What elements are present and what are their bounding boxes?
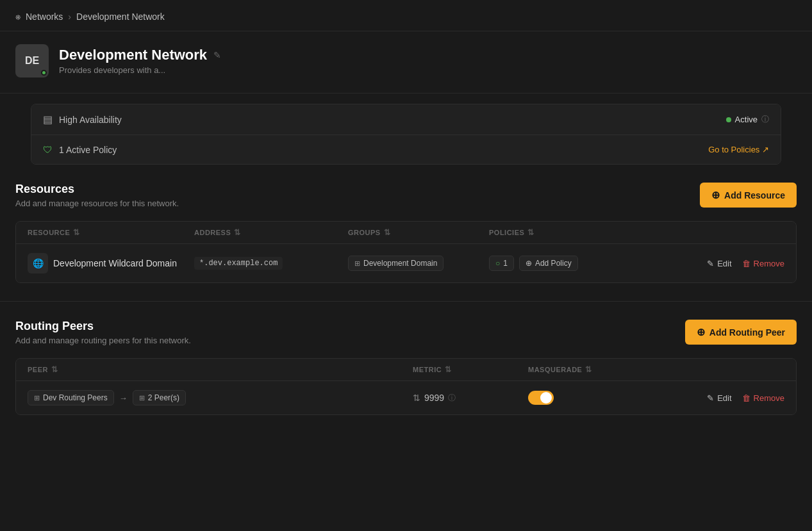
sort-address-icon[interactable]: ⇅	[234, 228, 241, 237]
group-tag: ⊞ Development Domain	[348, 256, 443, 271]
breadcrumb-separator: ›	[68, 12, 71, 22]
page-header: DE Development Network ✎ Provides develo…	[0, 31, 812, 94]
resources-section: Resources Add and manage resources for t…	[0, 165, 812, 283]
add-policy-icon: ⊕	[526, 259, 532, 268]
row-actions: ✎ Edit 🗑 Remove	[707, 259, 784, 268]
routing-peers-section: Routing Peers Add and manage routing pee…	[0, 302, 812, 433]
add-routing-peer-button[interactable]: ⊕ Add Routing Peer	[685, 320, 797, 345]
header-info: Development Network ✎ Provides developer…	[59, 47, 221, 75]
avatar-text: DE	[25, 55, 39, 67]
peers-table-header: PEER ⇅ METRIC ⇅ MASQUERADE ⇅	[16, 359, 796, 381]
sort-metric-icon[interactable]: ⇅	[445, 365, 452, 374]
address-cell: *.dev.example.com	[194, 257, 348, 270]
metric-cell: ⇅ 9999 ⓘ	[413, 393, 528, 404]
metric-info-icon[interactable]: ⓘ	[448, 393, 456, 404]
th-resource: RESOURCE ⇅	[28, 228, 194, 237]
peer-group-label: Dev Routing Peers	[43, 393, 108, 402]
globe-icon: 🌐	[28, 253, 48, 274]
group-tag-icon: ⊞	[354, 259, 360, 268]
remove-peer-label: Remove	[754, 393, 784, 403]
sort-groups-icon[interactable]: ⇅	[384, 228, 391, 237]
resources-section-info: Resources Add and manage resources for t…	[15, 183, 179, 208]
th-peer: PEER ⇅	[28, 365, 413, 374]
breadcrumb-current: Development Network	[76, 12, 165, 22]
remove-resource-button[interactable]: 🗑 Remove	[742, 259, 784, 268]
edit-peer-icon: ✎	[707, 393, 714, 403]
th-groups: GROUPS ⇅	[348, 228, 489, 237]
policy-count-badge: ○ 1	[489, 256, 514, 271]
metric-icon: ⇅	[413, 393, 420, 403]
group-tag-label: Development Domain	[363, 259, 437, 268]
ha-icon: ▤	[43, 113, 53, 126]
sort-peer-icon[interactable]: ⇅	[51, 365, 58, 374]
networks-icon: ⎈	[15, 12, 21, 22]
avatar: DE	[15, 44, 49, 78]
edit-resource-button[interactable]: ✎ Edit	[707, 259, 731, 268]
resources-section-subtitle: Add and manage resources for this networ…	[15, 199, 179, 208]
edit-label: Edit	[717, 259, 731, 268]
resource-cell: 🌐 Development Wildcard Domain	[28, 253, 194, 274]
trash-icon: 🗑	[742, 259, 750, 268]
remove-peer-button[interactable]: 🗑 Remove	[742, 393, 784, 403]
ha-label: High Availability	[59, 115, 122, 125]
th-masquerade: MASQUERADE ⇅	[528, 365, 656, 374]
policies-card: 🛡 1 Active Policy Go to Policies ↗	[31, 135, 781, 164]
edit-peer-label: Edit	[717, 393, 731, 403]
header-title-row: Development Network ✎	[59, 47, 221, 63]
sort-masquerade-icon[interactable]: ⇅	[585, 365, 592, 374]
peer-group-icon: ⊞	[34, 394, 40, 402]
edit-title-icon[interactable]: ✎	[213, 50, 221, 60]
resources-section-header: Resources Add and manage resources for t…	[15, 183, 797, 208]
groups-cell: ⊞ Development Domain	[348, 256, 489, 271]
peer-cell: ⊞ Dev Routing Peers → ⊞ 2 Peer(s)	[28, 390, 413, 405]
info-cards: ▤ High Availability Active ⓘ 🛡 1 Active …	[31, 104, 781, 165]
avatar-status-dot	[41, 70, 47, 76]
peer-count-label: 2 Peer(s)	[148, 393, 179, 402]
ha-info-icon[interactable]: ⓘ	[761, 114, 769, 125]
routing-peers-table: PEER ⇅ METRIC ⇅ MASQUERADE ⇅ ⊞ Dev Routi…	[15, 358, 797, 415]
sort-resource-icon[interactable]: ⇅	[73, 228, 80, 237]
routing-peers-section-header: Routing Peers Add and manage routing pee…	[15, 320, 797, 345]
policy-card-right: Go to Policies ↗	[708, 145, 769, 154]
breadcrumb-networks-link[interactable]: Networks	[26, 12, 63, 22]
edit-peer-button[interactable]: ✎ Edit	[707, 393, 731, 403]
policy-count-value: 1	[503, 259, 508, 268]
routing-peers-section-subtitle: Add and manage routing peers for this ne…	[15, 336, 191, 345]
table-row: ⊞ Dev Routing Peers → ⊞ 2 Peer(s) ⇅ 9999…	[16, 381, 796, 414]
toggle-knob	[540, 392, 552, 404]
resources-section-title: Resources	[15, 183, 179, 196]
table-row: 🌐 Development Wildcard Domain *.dev.exam…	[16, 244, 796, 282]
masquerade-toggle[interactable]	[528, 391, 554, 405]
metric-value: 9999	[424, 393, 444, 403]
add-policy-button[interactable]: ⊕ Add Policy	[519, 256, 578, 271]
high-availability-card: ▤ High Availability Active ⓘ	[31, 104, 781, 135]
masquerade-cell	[528, 391, 656, 405]
routing-peers-section-info: Routing Peers Add and manage routing pee…	[15, 320, 191, 345]
resources-table-header: RESOURCE ⇅ ADDRESS ⇅ GROUPS ⇅ POLICIES ⇅	[16, 222, 796, 244]
policies-cell: ○ 1 ⊕ Add Policy ✎ Edit 🗑 Remove	[489, 256, 784, 271]
page-title: Development Network	[59, 47, 207, 63]
trash-peer-icon: 🗑	[742, 393, 750, 403]
policy-card-left: 🛡 1 Active Policy	[43, 144, 117, 155]
add-resource-icon: ⊕	[711, 189, 720, 201]
th-actions-peers	[656, 365, 784, 374]
peer-count-tag: ⊞ 2 Peer(s)	[133, 390, 186, 405]
peer-row-actions: ✎ Edit 🗑 Remove	[656, 393, 784, 403]
shield-icon: 🛡	[43, 144, 53, 155]
policy-label: 1 Active Policy	[59, 145, 117, 155]
th-policies: POLICIES ⇅	[489, 228, 784, 237]
th-address: ADDRESS ⇅	[194, 228, 348, 237]
routing-peers-section-title: Routing Peers	[15, 320, 191, 333]
add-resource-button[interactable]: ⊕ Add Resource	[700, 183, 797, 208]
add-routing-peer-label: Add Routing Peer	[709, 327, 785, 338]
header-subtitle: Provides developers with a...	[59, 65, 221, 75]
policy-circle-icon: ○	[495, 259, 500, 268]
ha-card-right: Active ⓘ	[726, 114, 769, 125]
add-policy-label: Add Policy	[535, 259, 572, 268]
ha-status: Active	[735, 115, 758, 124]
ha-card-left: ▤ High Availability	[43, 113, 122, 126]
edit-icon: ✎	[707, 259, 714, 268]
sort-policies-icon[interactable]: ⇅	[527, 228, 534, 237]
peer-arrow-icon: →	[119, 393, 128, 403]
go-to-policies-link[interactable]: Go to Policies ↗	[708, 145, 769, 154]
